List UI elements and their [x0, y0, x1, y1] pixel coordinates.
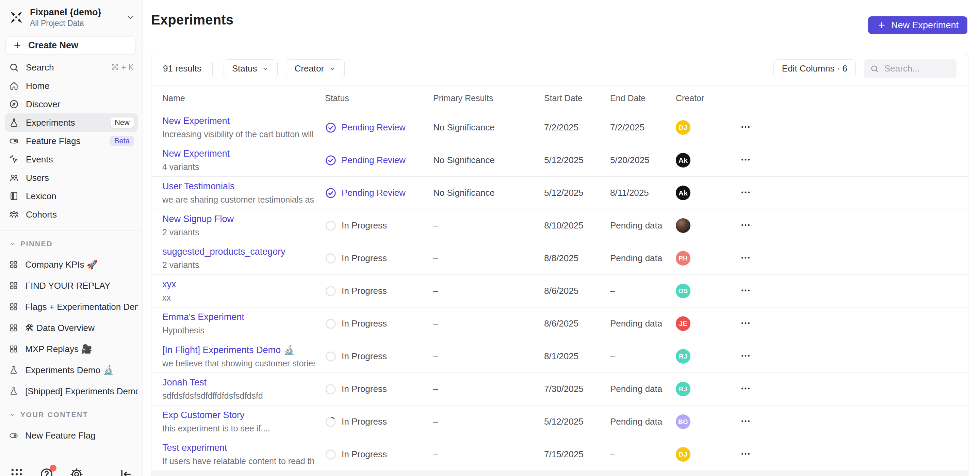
- experiment-name-link[interactable]: New Signup Flow: [162, 214, 315, 224]
- status-icon: [325, 449, 337, 460]
- pinned-item[interactable]: Experiments Demo 🔬: [5, 359, 138, 381]
- experiment-subtitle: sdfdsfdsfsdfdffdfdsfsdfdsfd: [162, 391, 315, 401]
- row-actions-menu-icon[interactable]: [740, 383, 751, 394]
- creator-avatar[interactable]: DJ: [676, 447, 690, 462]
- pinned-item[interactable]: [Shipped] Experiments Demo 🖊: [5, 381, 138, 402]
- workspace-switcher[interactable]: Fixpanel {demo} All Project Data: [0, 0, 143, 28]
- pinned-item[interactable]: MXP Replays 🎥: [5, 339, 138, 359]
- experiment-subtitle: 2 variants: [162, 260, 315, 270]
- end-date-value: Pending data: [610, 384, 676, 394]
- sidebar-nav-item[interactable]: Search ⌘ + K: [5, 58, 138, 77]
- experiment-name-link[interactable]: suggested_products_category: [162, 246, 315, 257]
- sidebar-nav-item[interactable]: Feature Flags Beta: [5, 132, 138, 150]
- creator-avatar[interactable]: DJ: [676, 120, 690, 135]
- pinned-item-icon: [9, 365, 18, 375]
- status-icon: [325, 187, 337, 199]
- pinned-section-header[interactable]: PINNED: [5, 237, 138, 251]
- nav-item-label: Search: [26, 62, 54, 73]
- start-date-value: 5/12/2025: [544, 417, 610, 427]
- experiment-name-link[interactable]: Jonah Test: [162, 377, 315, 388]
- nav-item-icon: [9, 173, 19, 183]
- creator-avatar[interactable]: BG: [676, 414, 690, 429]
- experiment-name-link[interactable]: Emma's Experiment: [162, 312, 315, 323]
- experiment-name-link[interactable]: New Experiment: [162, 149, 315, 159]
- pinned-item-icon: [9, 302, 18, 311]
- experiment-name-link[interactable]: xyx: [162, 279, 315, 290]
- row-actions-menu-icon[interactable]: [740, 252, 751, 263]
- column-header[interactable]: Start Date: [544, 93, 610, 103]
- sidebar-nav-item[interactable]: Cohorts: [5, 205, 138, 224]
- pinned-item-label: 🛠 Data Overview: [25, 323, 95, 333]
- results-count: 91 results: [163, 63, 202, 74]
- creator-avatar[interactable]: OS: [676, 284, 690, 298]
- your-content-section-header[interactable]: YOUR CONTENT: [5, 408, 138, 422]
- pinned-item-icon: [9, 260, 18, 269]
- experiment-name-link[interactable]: New Experiment: [162, 116, 315, 126]
- table-row: Exp Customer Story this experiment is to…: [151, 406, 968, 438]
- column-header[interactable]: Primary Results: [433, 93, 544, 103]
- pinned-item-icon: [9, 387, 18, 396]
- sidebar-nav-item[interactable]: Events: [5, 150, 138, 169]
- experiment-subtitle: this experiment is to see if....: [162, 423, 315, 433]
- main-content: Experiments New Experiment 91 results St…: [143, 0, 980, 476]
- pinned-item[interactable]: Flags + Experimentation Demo 🧪: [5, 296, 138, 317]
- creator-avatar[interactable]: [676, 218, 690, 233]
- sidebar-nav-item[interactable]: Home: [5, 77, 138, 95]
- status-icon: [325, 416, 337, 428]
- row-actions-menu-icon[interactable]: [740, 187, 751, 198]
- sidebar-nav-item[interactable]: Discover: [5, 95, 138, 113]
- column-header[interactable]: End Date: [610, 93, 676, 103]
- new-experiment-button[interactable]: New Experiment: [868, 16, 967, 34]
- chevron-down-icon: [329, 65, 336, 72]
- creator-avatar[interactable]: PH: [676, 251, 690, 265]
- creator-avatar[interactable]: JE: [676, 316, 690, 331]
- your-content-item[interactable]: New Feature Flag: [5, 425, 138, 446]
- experiment-name-link[interactable]: Test experiment: [162, 442, 315, 453]
- pinned-item[interactable]: 🛠 Data Overview: [5, 317, 138, 339]
- apps-grid-icon[interactable]: [10, 467, 24, 476]
- creator-avatar[interactable]: RJ: [676, 349, 690, 364]
- collapse-sidebar-icon[interactable]: [119, 467, 133, 476]
- creator-avatar[interactable]: RJ: [676, 382, 690, 396]
- start-date-value: 7/2/2025: [544, 122, 610, 133]
- help-icon[interactable]: [40, 467, 54, 476]
- experiment-name-link[interactable]: Exp Customer Story: [162, 410, 315, 420]
- your-content-section-title: YOUR CONTENT: [21, 411, 88, 419]
- experiment-name-link[interactable]: User Testimonials: [162, 181, 315, 192]
- row-actions-menu-icon[interactable]: [740, 351, 751, 361]
- row-actions-menu-icon[interactable]: [740, 416, 751, 426]
- row-actions-menu-icon[interactable]: [740, 318, 751, 328]
- creator-avatar[interactable]: Ak: [676, 153, 690, 168]
- sidebar-nav-item[interactable]: Lexicon: [5, 187, 138, 205]
- filter-dropdown[interactable]: Status: [224, 59, 278, 78]
- experiment-name-link[interactable]: [In Flight] Experiments Demo 🔬: [162, 345, 315, 355]
- edit-columns-button[interactable]: Edit Columns · 6: [773, 59, 856, 78]
- table-row: Jonah Test sdfdsfdsfsdfdffdfdsfsdfdsfd I…: [151, 373, 968, 406]
- sidebar-nav-item[interactable]: Experiments New: [5, 113, 138, 132]
- column-header[interactable]: Name: [162, 93, 325, 103]
- status-icon: [325, 351, 337, 362]
- creator-avatar[interactable]: Ak: [676, 185, 690, 200]
- sidebar-nav-item[interactable]: Users: [5, 169, 138, 187]
- column-header[interactable]: Status: [325, 93, 433, 103]
- primary-results-value: –: [433, 286, 544, 296]
- nav-item-icon: [9, 81, 19, 91]
- row-actions-menu-icon[interactable]: [740, 122, 751, 132]
- filter-dropdown[interactable]: Creator: [286, 59, 345, 78]
- gear-icon[interactable]: [69, 467, 84, 476]
- nav-item-label: Feature Flags: [26, 136, 80, 146]
- primary-results-value: No Significance: [433, 155, 544, 166]
- row-actions-menu-icon[interactable]: [740, 220, 751, 230]
- row-actions-menu-icon[interactable]: [740, 449, 751, 459]
- create-new-button[interactable]: Create New: [5, 37, 136, 54]
- column-header[interactable]: Creator: [676, 93, 724, 103]
- pinned-item[interactable]: FIND YOUR REPLAY: [5, 275, 138, 296]
- sidebar-divider: [0, 230, 143, 231]
- row-actions-menu-icon[interactable]: [740, 155, 751, 165]
- status-icon: [325, 318, 337, 330]
- table-row: New Experiment 4 variants Pending Review…: [151, 144, 968, 177]
- row-actions-menu-icon[interactable]: [740, 285, 751, 296]
- table-row: Emma's Experiment Hypothesis In Progress…: [151, 307, 968, 340]
- pinned-item[interactable]: Company KPIs 🚀: [5, 254, 138, 275]
- search-input[interactable]: [884, 63, 950, 74]
